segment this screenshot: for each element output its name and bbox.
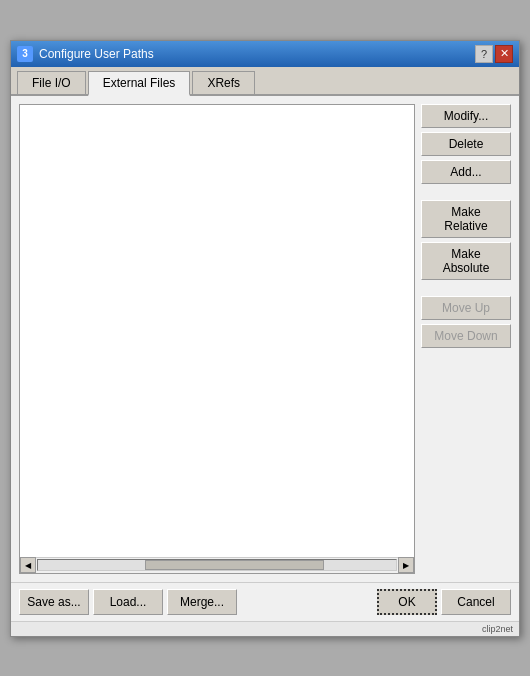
add-button[interactable]: Add... bbox=[421, 160, 511, 184]
title-bar: 3 Configure User Paths ? ✕ bbox=[11, 41, 519, 67]
path-list[interactable] bbox=[20, 105, 414, 557]
tab-file-io[interactable]: File I/O bbox=[17, 71, 86, 94]
save-as-button[interactable]: Save as... bbox=[19, 589, 89, 615]
scroll-thumb[interactable] bbox=[145, 560, 324, 570]
cancel-button[interactable]: Cancel bbox=[441, 589, 511, 615]
watermark: clip2net bbox=[11, 621, 519, 636]
tab-bar: File I/O External Files XRefs bbox=[11, 67, 519, 96]
tab-xrefs[interactable]: XRefs bbox=[192, 71, 255, 94]
horizontal-scrollbar[interactable]: ◀ ▶ bbox=[20, 557, 414, 573]
make-relative-button[interactable]: Make Relative bbox=[421, 200, 511, 238]
close-button[interactable]: ✕ bbox=[495, 45, 513, 63]
buttons-panel: Modify... Delete Add... Make Relative Ma… bbox=[421, 104, 511, 574]
load-button[interactable]: Load... bbox=[93, 589, 163, 615]
tab-external-files[interactable]: External Files bbox=[88, 71, 191, 96]
make-absolute-button[interactable]: Make Absolute bbox=[421, 242, 511, 280]
move-up-button[interactable]: Move Up bbox=[421, 296, 511, 320]
help-button[interactable]: ? bbox=[475, 45, 493, 63]
footer: Save as... Load... Merge... OK Cancel bbox=[11, 582, 519, 621]
content-area: ◀ ▶ Modify... Delete Add... Make Relativ… bbox=[11, 96, 519, 582]
ok-button[interactable]: OK bbox=[377, 589, 437, 615]
merge-button[interactable]: Merge... bbox=[167, 589, 237, 615]
scroll-left-button[interactable]: ◀ bbox=[20, 557, 36, 573]
move-down-button[interactable]: Move Down bbox=[421, 324, 511, 348]
path-list-container: ◀ ▶ bbox=[19, 104, 415, 574]
scroll-track[interactable] bbox=[37, 559, 397, 571]
delete-button[interactable]: Delete bbox=[421, 132, 511, 156]
dialog-title: Configure User Paths bbox=[39, 47, 154, 61]
scroll-right-button[interactable]: ▶ bbox=[398, 557, 414, 573]
app-icon: 3 bbox=[17, 46, 33, 62]
title-buttons: ? ✕ bbox=[475, 45, 513, 63]
modify-button[interactable]: Modify... bbox=[421, 104, 511, 128]
